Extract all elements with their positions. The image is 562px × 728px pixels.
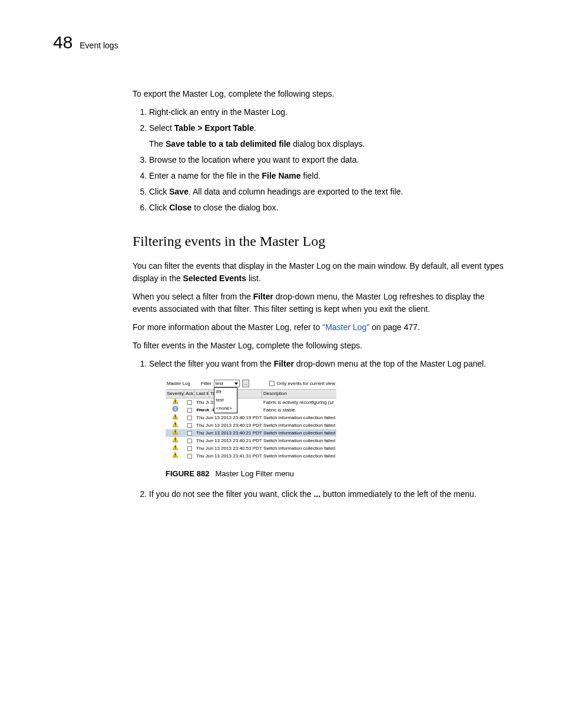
page-header: 48 Event logs — [53, 32, 509, 52]
ack-checkbox[interactable] — [184, 400, 195, 405]
svg-rect-16 — [175, 439, 176, 440]
col-severity[interactable]: Severity — [166, 390, 184, 398]
svg-rect-1 — [175, 400, 176, 402]
time-cell: Thu Jun 13 2013 23:40:19 PDT — [195, 414, 262, 421]
filter-dropdown[interactable]: 89 test <none> — [214, 387, 237, 413]
filter-combo[interactable]: test 89 test <none> — [214, 380, 240, 387]
svg-rect-10 — [175, 423, 176, 425]
svg-rect-2 — [175, 403, 176, 403]
ack-checkbox[interactable] — [184, 416, 195, 420]
time-cell: Thu Jun 13 2013 23:40:53 PDT — [195, 445, 262, 452]
table-row[interactable]: Thu Jun 13 2013 23:40:21 PDTSwitch infor… — [166, 437, 336, 444]
description-cell: Fabric is actively reconfiguring (ur — [262, 399, 336, 406]
para-3: For more information about the Master Lo… — [133, 321, 509, 334]
description-cell: Switch information collection failed — [262, 445, 336, 452]
time-cell: Thu Jun 13 2013 23:40:19 PDT — [195, 422, 262, 429]
chapter-number: 48 — [53, 32, 72, 52]
table-row[interactable]: Thu Jun 13 2013 23:40:19 PDTSwitch infor… — [166, 414, 336, 421]
filter-option[interactable]: 89 — [214, 388, 237, 396]
para-2: When you select a filter from the Filter… — [133, 291, 509, 315]
filter-step-1: Select the filter you want from the Filt… — [149, 358, 509, 480]
ack-checkbox[interactable] — [184, 446, 195, 451]
col-last[interactable]: Last E — [195, 390, 209, 398]
filter-option[interactable]: <none> — [214, 404, 237, 413]
svg-rect-14 — [175, 433, 176, 434]
ack-checkbox[interactable] — [184, 408, 195, 413]
master-log-link[interactable]: "Master Log" — [322, 322, 369, 332]
step-3: Browse to the location where you want to… — [149, 154, 509, 166]
last-cell: Thu Jun 13 2013 23 — [195, 407, 209, 414]
svg-rect-7 — [175, 416, 176, 417]
svg-rect-5 — [175, 407, 176, 408]
ack-checkbox[interactable] — [184, 454, 195, 459]
filter-step-2: If you do not see the filter you want, c… — [149, 488, 509, 500]
para-1: You can filter the events that display i… — [133, 260, 509, 285]
section-label: Event logs — [80, 41, 118, 50]
warning-icon — [166, 452, 184, 460]
ack-checkbox[interactable] — [184, 431, 195, 436]
step-1: Right-click an entry in the Master Log. — [149, 106, 509, 118]
table-row[interactable]: Thu Ju3:33:09 PDTFabric is actively reco… — [166, 398, 336, 406]
svg-rect-13 — [175, 431, 176, 433]
svg-rect-23 — [175, 456, 176, 457]
svg-rect-19 — [175, 446, 176, 448]
description-cell: Switch information collection failed — [262, 437, 336, 444]
chevron-down-icon — [234, 383, 238, 385]
ack-checkbox[interactable] — [184, 439, 195, 443]
table-row[interactable]: Thu Jun 13 2013 23:40:17 PDTFabric is st… — [166, 406, 336, 414]
col-desc[interactable]: Description — [262, 390, 336, 398]
para-4: To filter events in the Master Log, comp… — [133, 340, 509, 352]
description-cell: Switch information collection failed — [262, 422, 336, 429]
table-row[interactable]: Thu Jun 13 2013 23:41:31 PDTSwitch infor… — [166, 452, 336, 460]
last-cell: Thu Ju — [195, 399, 209, 406]
figure-caption: FIGURE 882Master Log Filter menu — [166, 468, 509, 480]
svg-rect-11 — [175, 426, 176, 426]
masterlog-title: Master Log — [167, 380, 190, 387]
time-cell: Thu Jun 13 2013 23:41:31 PDT — [195, 453, 262, 460]
step-2: Select Table > Export Table. The Save ta… — [149, 122, 509, 150]
ack-checkbox[interactable] — [184, 423, 195, 428]
description-cell: Switch information collection failed — [262, 430, 336, 437]
description-cell: Fabric is stable. — [262, 407, 336, 414]
table-row[interactable]: Thu Jun 13 2013 23:40:53 PDTSwitch infor… — [166, 444, 336, 452]
svg-rect-4 — [175, 409, 176, 411]
filter-option[interactable]: test — [214, 396, 237, 404]
time-cell: Thu Jun 13 2013 23:40:21 PDT — [195, 430, 262, 437]
only-events-label: Only events for current view — [277, 380, 335, 387]
svg-rect-17 — [175, 441, 176, 442]
step-4: Enter a name for the file in the File Na… — [149, 170, 509, 182]
figure-882: Master Log Filter test 89 test <none> — [166, 378, 509, 460]
svg-rect-20 — [175, 449, 176, 449]
svg-rect-8 — [175, 418, 176, 419]
step-6: Click Close to close the dialog box. — [149, 202, 509, 214]
step-5: Click Save. All data and column headings… — [149, 186, 509, 198]
description-cell: Switch information collection failed — [262, 453, 336, 460]
filter-steps-list: Select the filter you want from the Filt… — [133, 358, 509, 500]
ellipsis-button[interactable]: ... — [242, 380, 249, 387]
table-row[interactable]: Thu Jun 13 2013 23:40:19 PDTSwitch infor… — [166, 421, 336, 429]
section-title: Filtering events in the Master Log — [133, 230, 509, 252]
col-ack[interactable]: Ack... — [184, 390, 195, 398]
export-steps-list: Right-click an entry in the Master Log. … — [133, 106, 509, 214]
table-header: Severity Ack... Last E Time Description — [166, 389, 336, 398]
time-cell: Thu Jun 13 2013 23:40:21 PDT — [195, 437, 262, 444]
intro-text: To export the Master Log, complete the f… — [133, 88, 509, 100]
description-cell: Switch information collection failed — [262, 414, 336, 421]
filter-label: Filter — [201, 380, 211, 387]
only-events-checkbox[interactable] — [269, 381, 275, 386]
svg-rect-22 — [175, 454, 176, 456]
table-row[interactable]: Thu Jun 13 2013 23:40:21 PDTSwitch infor… — [166, 429, 336, 437]
